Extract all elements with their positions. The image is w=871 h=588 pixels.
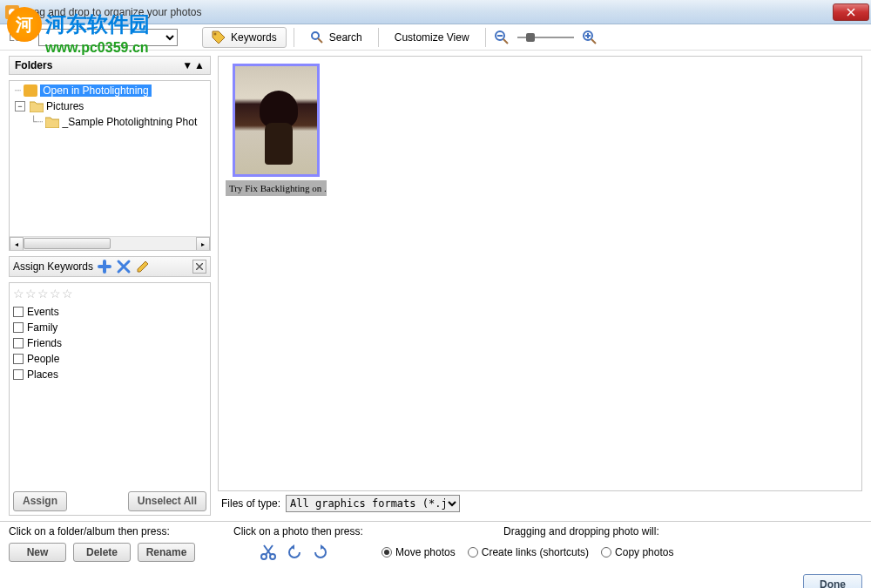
filetype-select[interactable]: All graphics formats (*.jpg,*. — [286, 495, 460, 512]
zoom-in-icon[interactable] — [581, 29, 598, 46]
drop-action-hint: Dragging and dropping photo will: — [503, 525, 659, 537]
unselect-button-label: Unselect All — [138, 495, 197, 507]
filetype-row: Files of type: All graphics formats (*.j… — [218, 491, 862, 516]
tree-collapse-icon[interactable]: − — [15, 101, 25, 112]
scroll-right-icon[interactable]: ▸ — [196, 237, 210, 251]
svg-rect-12 — [24, 84, 37, 97]
search-button[interactable]: Search — [301, 27, 371, 48]
keyword-checkbox[interactable] — [13, 322, 24, 333]
radio-label-text: Move photos — [395, 546, 456, 558]
tree-item-label: Pictures — [46, 100, 84, 112]
keyword-checkbox[interactable] — [13, 354, 24, 364]
keywords-button-label: Keywords — [231, 31, 277, 44]
cut-photo-icon[interactable] — [260, 544, 277, 561]
add-keyword-icon[interactable] — [97, 259, 112, 274]
toolbar-separator — [485, 28, 486, 47]
toolbar-separator — [294, 28, 294, 47]
keyword-label: Events — [27, 306, 59, 318]
keyword-label: Friends — [27, 337, 62, 349]
keyword-checkbox[interactable] — [13, 338, 24, 348]
thumbnail-item[interactable]: Try Fix Backlighting on ... — [226, 64, 327, 196]
tree-item-label: Open in Photolightning — [40, 84, 151, 97]
radio-icon — [468, 547, 478, 558]
tree-hscrollbar[interactable]: ◂ ▸ — [10, 236, 210, 250]
tree-item-open-in-app[interactable]: ┈ Open in Photolightning — [11, 83, 208, 98]
keyword-label: Family — [27, 321, 57, 334]
thumbnail-image[interactable] — [233, 64, 320, 177]
radio-icon — [381, 547, 392, 558]
thumbnail-caption: Try Fix Backlighting on ... — [226, 180, 327, 196]
keyword-list: Events Family Friends People Places — [13, 304, 206, 486]
rotate-left-icon[interactable] — [286, 544, 303, 561]
keywords-header-label: Assign Keywords — [13, 260, 93, 273]
rating-stars[interactable]: ☆☆☆☆☆ — [13, 287, 206, 301]
delete-folder-button[interactable]: Delete — [73, 543, 131, 562]
thumbnail-grid[interactable]: Try Fix Backlighting on ... — [218, 56, 862, 491]
edit-keyword-icon[interactable] — [135, 259, 151, 274]
customize-view-button[interactable]: Customize View — [386, 27, 478, 48]
svg-point-2 — [214, 32, 217, 35]
window-titlebar: Drag and drop to organize your photos — [0, 0, 871, 24]
radio-label-text: Copy photos — [615, 546, 673, 558]
rename-folder-button[interactable]: Rename — [138, 543, 195, 562]
search-button-label: Search — [329, 31, 362, 44]
toolbar: Look Keywords Search Customize View — [0, 24, 871, 51]
folders-panel-header: Folders ▼ ▲ — [9, 56, 211, 75]
window-close-button[interactable] — [833, 3, 869, 21]
main-area: Folders ▼ ▲ ┈ Open in Photolightning − P… — [0, 51, 871, 521]
radio-icon — [601, 547, 611, 558]
svg-point-3 — [312, 32, 319, 39]
folders-collapse-up-icon[interactable]: ▲ — [194, 59, 205, 71]
folders-header-label: Folders — [15, 59, 52, 71]
create-links-radio[interactable]: Create links (shortcuts) — [468, 546, 589, 558]
zoom-out-icon[interactable] — [493, 29, 510, 46]
keyword-item[interactable]: Events — [13, 304, 206, 320]
photo-action-hint: Click on a photo then press: — [233, 525, 503, 537]
radio-label-text: Create links (shortcuts) — [482, 546, 589, 558]
tree-item-sample-photos[interactable]: └┈ _Sample Photolightning Phot — [11, 114, 208, 130]
keyword-item[interactable]: Places — [13, 367, 206, 382]
toolbar-separator — [378, 28, 379, 47]
keyword-item[interactable]: Friends — [13, 335, 206, 351]
keywords-panel-body: ☆☆☆☆☆ Events Family Friends People Place… — [9, 282, 211, 516]
scroll-left-icon[interactable]: ◂ — [10, 237, 24, 251]
keyword-item[interactable]: People — [13, 351, 206, 367]
unselect-all-button[interactable]: Unselect All — [128, 491, 206, 511]
app-icon — [24, 84, 37, 97]
keyword-label: People — [27, 353, 59, 365]
keyword-checkbox[interactable] — [13, 369, 24, 380]
copy-photos-radio[interactable]: Copy photos — [601, 546, 673, 558]
search-icon — [310, 30, 324, 44]
close-icon — [847, 8, 855, 17]
delete-keyword-icon[interactable] — [116, 259, 132, 274]
svg-line-7 — [503, 39, 508, 44]
close-icon — [196, 263, 203, 270]
folder-tree[interactable]: ┈ Open in Photolightning − Pictures └┈ _… — [9, 80, 211, 251]
keywords-close-button[interactable] — [192, 260, 206, 274]
look-select[interactable] — [38, 29, 178, 46]
rotate-right-icon[interactable] — [312, 544, 329, 561]
svg-point-1 — [9, 9, 16, 16]
done-button[interactable]: Done — [803, 574, 862, 588]
new-folder-button[interactable]: New — [9, 543, 66, 562]
delete-button-label: Delete — [86, 546, 118, 558]
left-panel: Folders ▼ ▲ ┈ Open in Photolightning − P… — [9, 56, 211, 516]
keywords-button[interactable]: Keywords — [202, 27, 287, 48]
bottom-panel: Click on a folder/album then press: Clic… — [0, 521, 871, 569]
done-button-label: Done — [820, 578, 846, 588]
zoom-slider[interactable] — [517, 29, 574, 46]
tag-icon — [212, 30, 226, 44]
move-photos-radio[interactable]: Move photos — [381, 546, 456, 558]
tree-item-pictures[interactable]: − Pictures — [11, 98, 208, 114]
new-button-label: New — [27, 546, 49, 558]
look-label: Look — [9, 31, 31, 44]
keyword-item[interactable]: Family — [13, 320, 206, 335]
keywords-panel-header: Assign Keywords — [9, 256, 211, 277]
rename-button-label: Rename — [146, 546, 187, 558]
keyword-label: Places — [27, 368, 58, 381]
right-panel: Try Fix Backlighting on ... Files of typ… — [218, 56, 862, 516]
keyword-checkbox[interactable] — [13, 307, 24, 317]
assign-keywords-button[interactable]: Assign — [13, 491, 67, 511]
folder-action-hint: Click on a folder/album then press: — [9, 525, 233, 537]
folders-expand-down-icon[interactable]: ▼ — [182, 59, 192, 71]
